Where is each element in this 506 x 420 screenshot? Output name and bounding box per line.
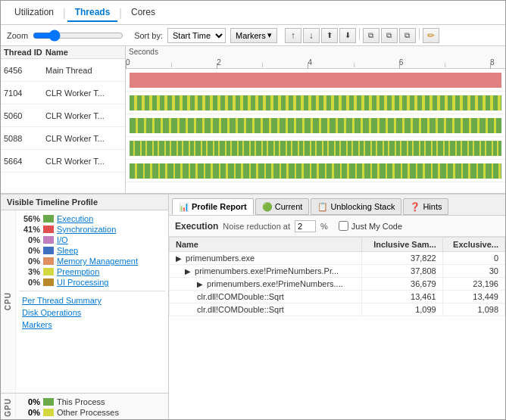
- row-2-exclusive: 23,196: [442, 278, 504, 291]
- table-row-3[interactable]: clr.dll!COMDouble::Sqrt 13,461 13,449: [170, 291, 505, 303]
- preemption-link[interactable]: Preemption: [57, 267, 99, 276]
- report-toolbar: Execution Noise reduction at % Just My C…: [169, 216, 505, 237]
- row-4-inclusive: 1,099: [362, 303, 442, 316]
- nav-tab-cores[interactable]: Cores: [123, 4, 163, 22]
- toolbar-sep: [359, 28, 360, 40]
- row-0-exclusive: 0: [442, 252, 504, 265]
- toolbar-btn-up[interactable]: ↑: [285, 28, 301, 43]
- hints-icon: ❓: [410, 202, 420, 212]
- sort-select[interactable]: Start Time End Time Duration Thread ID: [167, 28, 226, 43]
- row-1-exclusive: 30: [442, 265, 504, 278]
- link-disk-ops[interactable]: Disk Operations: [16, 306, 168, 319]
- noise-label: Noise reduction at: [223, 222, 290, 231]
- toolbar-btn-3[interactable]: ⧉: [399, 28, 416, 43]
- col-exclusive-header: Exclusive...: [442, 238, 504, 252]
- toolbar-btn-edit[interactable]: ✏: [423, 28, 439, 43]
- profile-report-icon: 📊: [179, 202, 189, 212]
- sync-color: [43, 226, 54, 233]
- col-name-header: Name: [170, 238, 362, 252]
- link-markers[interactable]: Markers: [16, 319, 168, 331]
- thread-row-3: 5088 CLR Worker T...: [1, 127, 125, 150]
- row-0-inclusive: 37,822: [362, 252, 442, 265]
- toolbar-btn-down[interactable]: ↓: [303, 28, 320, 43]
- track-6456: [126, 69, 505, 92]
- tab-hints[interactable]: ❓ Hints: [403, 198, 448, 215]
- memory-color: [43, 257, 54, 265]
- table-wrap[interactable]: Name Inclusive Sam... Exclusive... ▶ pri…: [169, 237, 505, 420]
- toolbar-btn-top[interactable]: ⬆: [321, 28, 338, 43]
- row-3-name: clr.dll!COMDouble::Sqrt: [170, 291, 362, 303]
- just-my-code-check[interactable]: [339, 221, 348, 231]
- execution-link[interactable]: Execution: [57, 214, 93, 223]
- tab-current[interactable]: 🟢 Current: [255, 198, 310, 215]
- noise-input[interactable]: [295, 220, 316, 232]
- toolbar-btn-1[interactable]: ⧉: [363, 28, 380, 43]
- nav-separator-2: |: [119, 7, 122, 19]
- report-tabs: 📊 Profile Report 🟢 Current 📋 Unblocking …: [169, 194, 505, 216]
- profile-row-sync: 41% Synchronization: [16, 224, 168, 235]
- profile-row-memory: 0% Memory Management: [16, 256, 168, 266]
- markers-dropdown[interactable]: Markers ▾: [230, 28, 277, 43]
- row-0-arrow[interactable]: ▶: [176, 254, 182, 263]
- thread-row-4: 5664 CLR Worker T...: [1, 150, 125, 173]
- row-1-arrow[interactable]: ▶: [185, 267, 191, 275]
- table-row-1[interactable]: ▶ primenumbers.exe!PrimeNumbers.Pr... 37…: [170, 265, 505, 278]
- report-section-title: Execution: [175, 221, 218, 232]
- gpu-label: GPU: [4, 398, 12, 417]
- memory-link[interactable]: Memory Management: [57, 257, 138, 266]
- zoom-label: Zoom: [7, 31, 28, 40]
- track-5060: [126, 114, 505, 137]
- sync-link[interactable]: Synchronization: [57, 225, 116, 234]
- unblocking-icon: 📋: [317, 202, 328, 212]
- row-2-arrow[interactable]: ▶: [197, 280, 203, 288]
- col-name: Name: [45, 48, 122, 57]
- zoom-slider[interactable]: [33, 30, 123, 42]
- profile-row-execution: 56% Execution: [16, 213, 168, 224]
- ui-link[interactable]: UI Processing: [57, 278, 108, 287]
- divider-1: [19, 291, 165, 291]
- gpu-row-this-process: 0% This Process: [16, 397, 168, 407]
- row-4-exclusive: 1,098: [442, 303, 504, 316]
- thread-row-empty: [1, 173, 125, 194]
- table-row-0[interactable]: ▶ primenumbers.exe 37,822 0: [170, 252, 505, 265]
- table-row-2[interactable]: ▶ primenumbers.exe!PrimeNumbers.... 36,6…: [170, 278, 505, 291]
- gpu-row-other-process: 0% Other Processes: [16, 407, 168, 418]
- row-4-name: clr.dll!COMDouble::Sqrt: [170, 303, 362, 316]
- thread-row-2: 5060 CLR Worker T...: [1, 104, 125, 127]
- link-per-thread[interactable]: Per Thread Summary: [16, 294, 168, 306]
- gpu-this-color: [43, 398, 54, 406]
- profile-title: Visible Timeline Profile: [1, 194, 168, 210]
- track-5664: [126, 160, 505, 182]
- timeline-ruler: Seconds 0 2 4 6 8: [126, 46, 505, 69]
- nav-separator-1: |: [63, 7, 66, 19]
- row-2-name: ▶ primenumbers.exe!PrimeNumbers....: [170, 278, 362, 291]
- sort-label: Sort by:: [134, 31, 163, 40]
- tab-profile-report[interactable]: 📊 Profile Report: [172, 198, 254, 215]
- row-2-inclusive: 36,679: [362, 278, 442, 291]
- noise-pct: %: [320, 222, 328, 231]
- current-icon: 🟢: [262, 202, 273, 212]
- sleep-color: [43, 247, 54, 254]
- execution-color: [43, 215, 54, 222]
- sleep-link[interactable]: Sleep: [57, 246, 78, 255]
- col-inclusive-header: Inclusive Sam...: [362, 238, 442, 252]
- thread-row-0: 6456 Main Thread: [1, 59, 125, 82]
- io-color: [43, 236, 54, 244]
- table-row-4[interactable]: clr.dll!COMDouble::Sqrt 1,099 1,098: [170, 303, 505, 316]
- preemption-color: [43, 268, 54, 275]
- gpu-other-color: [43, 409, 54, 416]
- row-1-name: ▶ primenumbers.exe!PrimeNumbers.Pr...: [170, 265, 362, 278]
- tab-unblocking-stack[interactable]: 📋 Unblocking Stack: [311, 198, 401, 215]
- toolbar-btn-bottom[interactable]: ⬇: [339, 28, 356, 43]
- data-table: Name Inclusive Sam... Exclusive... ▶ pri…: [169, 237, 505, 316]
- track-7104: [126, 92, 505, 114]
- profile-row-ui: 0% UI Processing: [16, 277, 168, 288]
- just-my-code-checkbox[interactable]: Just My Code: [339, 221, 402, 231]
- toolbar-btn-2[interactable]: ⧉: [381, 28, 398, 43]
- track-empty: [126, 182, 505, 193]
- nav-tab-threads[interactable]: Threads: [67, 4, 118, 22]
- io-link[interactable]: I/O: [57, 235, 68, 244]
- thread-row-1: 7104 CLR Worker T...: [1, 82, 125, 104]
- nav-tab-utilization[interactable]: Utilization: [7, 4, 61, 22]
- row-0-name: ▶ primenumbers.exe: [170, 252, 362, 265]
